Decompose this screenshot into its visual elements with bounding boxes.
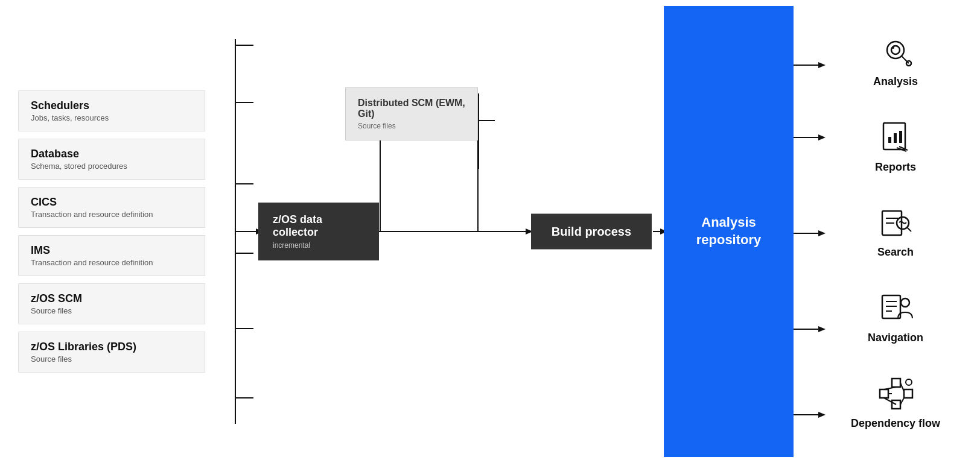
svg-point-50 [901, 298, 909, 307]
collector-subtitle: incremental [273, 241, 364, 250]
build-box: Build process [531, 214, 652, 250]
svg-rect-54 [904, 389, 912, 398]
schedulers-title: Schedulers [31, 99, 192, 112]
analysis-icon-container [876, 33, 915, 72]
reports-label: Reports [875, 161, 916, 174]
svg-point-55 [906, 379, 912, 385]
source-ims: IMS Transaction and resource definition [18, 235, 205, 276]
dependency-flow-icon [877, 376, 914, 412]
ims-subtitle: Transaction and resource definition [31, 258, 192, 267]
output-navigation: Navigation [868, 289, 923, 344]
source-cics: CICS Transaction and resource definition [18, 187, 205, 228]
search-icon-container [876, 204, 915, 242]
svg-line-58 [884, 398, 896, 405]
database-title: Database [31, 148, 192, 160]
dependency-flow-icon-container [876, 375, 915, 414]
source-schedulers: Schedulers Jobs, tasks, resources [18, 90, 205, 131]
svg-point-32 [892, 46, 894, 49]
svg-rect-36 [888, 137, 891, 143]
cics-title: CICS [31, 196, 192, 209]
source-zos-libraries: z/OS Libraries (PDS) Source files [18, 332, 205, 373]
svg-rect-37 [894, 133, 897, 143]
search-label: Search [877, 246, 914, 259]
navigation-icon-container [876, 289, 915, 328]
source-zos-scm: z/OS SCM Source files [18, 283, 205, 324]
zos-scm-title: z/OS SCM [31, 292, 192, 305]
source-database: Database Schema, stored procedures [18, 139, 205, 180]
svg-line-57 [884, 387, 896, 389]
repository-title: Analysis repository [696, 214, 762, 248]
ims-title: IMS [31, 244, 192, 257]
diagram-container: Schedulers Jobs, tasks, resources Databa… [0, 0, 980, 463]
output-analysis: Analysis [873, 33, 918, 88]
scm-box: Distributed SCM (EWM, Git) Source files [345, 87, 478, 140]
collector-box: z/OS data collector incremental [258, 203, 379, 260]
svg-point-30 [887, 42, 904, 58]
reports-icon-container [876, 119, 915, 157]
zos-scm-subtitle: Source files [31, 306, 192, 315]
sources-column: Schedulers Jobs, tasks, resources Databa… [0, 0, 217, 463]
reports-icon [877, 120, 914, 156]
analysis-icon [877, 34, 914, 71]
zos-libraries-subtitle: Source files [31, 354, 192, 364]
search-icon [877, 205, 914, 241]
collector-title: z/OS data collector [273, 213, 364, 239]
repository-box: Analysis repository [664, 6, 794, 457]
navigation-label: Navigation [868, 332, 923, 344]
analysis-label: Analysis [873, 75, 918, 88]
scm-title: Distributed SCM (EWM, Git) [358, 98, 465, 119]
output-dependency-flow: Dependency flow [851, 375, 940, 430]
dependency-flow-label: Dependency flow [851, 417, 940, 430]
outputs-column: Analysis Reports [817, 0, 974, 463]
output-reports: Reports [875, 119, 916, 174]
zos-libraries-title: z/OS Libraries (PDS) [31, 341, 192, 353]
output-search: Search [876, 204, 915, 259]
svg-line-33 [902, 56, 909, 63]
navigation-icon [877, 291, 914, 327]
database-subtitle: Schema, stored procedures [31, 162, 192, 171]
svg-line-45 [907, 227, 911, 232]
svg-rect-38 [899, 131, 902, 143]
cics-subtitle: Transaction and resource definition [31, 210, 192, 219]
build-title: Build process [546, 225, 637, 239]
scm-subtitle: Source files [358, 122, 465, 130]
schedulers-subtitle: Jobs, tasks, resources [31, 113, 192, 122]
svg-rect-51 [880, 389, 888, 398]
svg-rect-52 [892, 379, 900, 387]
